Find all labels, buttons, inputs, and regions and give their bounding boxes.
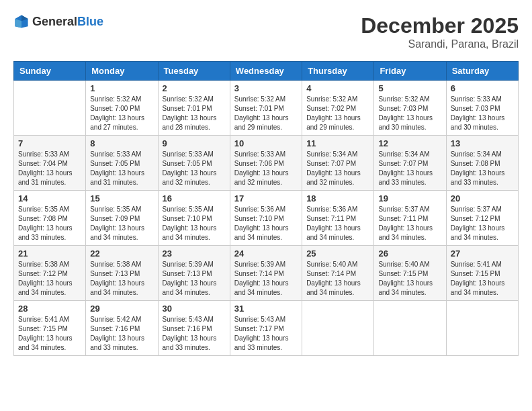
calendar-cell: 4Sunrise: 5:32 AM Sunset: 7:02 PM Daylig… (302, 81, 374, 136)
day-info: Sunrise: 5:32 AM Sunset: 7:01 PM Dayligh… (234, 95, 298, 132)
header-saturday: Saturday (446, 62, 518, 81)
calendar-table: SundayMondayTuesdayWednesdayThursdayFrid… (13, 61, 519, 356)
calendar-cell: 7Sunrise: 5:33 AM Sunset: 7:04 PM Daylig… (14, 136, 86, 191)
header-wednesday: Wednesday (230, 62, 302, 81)
month-title: December 2025 (361, 13, 519, 38)
day-info: Sunrise: 5:43 AM Sunset: 7:16 PM Dayligh… (163, 315, 226, 353)
day-number: 15 (90, 193, 153, 203)
day-number: 23 (163, 248, 226, 259)
title-block: December 2025 Sarandi, Parana, Brazil (361, 13, 519, 50)
calendar-cell: 11Sunrise: 5:34 AM Sunset: 7:07 PM Dayli… (302, 136, 374, 191)
calendar-cell: 23Sunrise: 5:39 AM Sunset: 7:13 PM Dayli… (158, 246, 230, 301)
day-number: 31 (234, 304, 298, 314)
calendar-cell: 20Sunrise: 5:37 AM Sunset: 7:12 PM Dayli… (446, 191, 518, 246)
day-number: 14 (18, 193, 81, 203)
calendar-cell: 10Sunrise: 5:33 AM Sunset: 7:06 PM Dayli… (230, 136, 302, 191)
day-number: 25 (306, 248, 369, 259)
calendar-cell: 24Sunrise: 5:39 AM Sunset: 7:14 PM Dayli… (230, 246, 302, 301)
calendar-cell: 25Sunrise: 5:40 AM Sunset: 7:14 PM Dayli… (302, 246, 374, 301)
calendar-cell (446, 301, 518, 356)
day-info: Sunrise: 5:41 AM Sunset: 7:15 PM Dayligh… (451, 260, 514, 298)
day-number: 30 (163, 304, 226, 314)
day-info: Sunrise: 5:35 AM Sunset: 7:09 PM Dayligh… (90, 205, 153, 242)
calendar-cell: 14Sunrise: 5:35 AM Sunset: 7:08 PM Dayli… (14, 191, 86, 246)
day-number: 3 (234, 83, 298, 93)
day-info: Sunrise: 5:34 AM Sunset: 7:08 PM Dayligh… (451, 150, 514, 187)
calendar-cell: 28Sunrise: 5:41 AM Sunset: 7:15 PM Dayli… (14, 301, 86, 356)
day-number: 5 (378, 83, 441, 93)
day-number: 18 (306, 193, 369, 203)
calendar-cell: 26Sunrise: 5:40 AM Sunset: 7:15 PM Dayli… (374, 246, 446, 301)
day-info: Sunrise: 5:33 AM Sunset: 7:06 PM Dayligh… (234, 150, 298, 187)
day-info: Sunrise: 5:36 AM Sunset: 7:11 PM Dayligh… (306, 205, 369, 242)
day-info: Sunrise: 5:33 AM Sunset: 7:04 PM Dayligh… (18, 150, 81, 187)
calendar-cell: 16Sunrise: 5:35 AM Sunset: 7:10 PM Dayli… (158, 191, 230, 246)
location-subtitle: Sarandi, Parana, Brazil (361, 38, 519, 50)
day-number: 21 (18, 248, 81, 259)
day-number: 17 (234, 193, 298, 203)
day-info: Sunrise: 5:34 AM Sunset: 7:07 PM Dayligh… (378, 150, 441, 187)
week-row-5: 28Sunrise: 5:41 AM Sunset: 7:15 PM Dayli… (14, 301, 519, 356)
calendar-cell: 6Sunrise: 5:33 AM Sunset: 7:03 PM Daylig… (446, 81, 518, 136)
day-number: 11 (306, 138, 369, 148)
day-info: Sunrise: 5:33 AM Sunset: 7:05 PM Dayligh… (90, 150, 153, 187)
header-sunday: Sunday (14, 62, 86, 81)
day-info: Sunrise: 5:39 AM Sunset: 7:14 PM Dayligh… (234, 260, 298, 298)
day-number: 19 (378, 193, 441, 203)
calendar-cell: 17Sunrise: 5:36 AM Sunset: 7:10 PM Dayli… (230, 191, 302, 246)
calendar-cell (14, 81, 86, 136)
calendar-cell: 21Sunrise: 5:38 AM Sunset: 7:12 PM Dayli… (14, 246, 86, 301)
calendar-cell: 31Sunrise: 5:43 AM Sunset: 7:17 PM Dayli… (230, 301, 302, 356)
header-thursday: Thursday (302, 62, 374, 81)
day-number: 29 (90, 304, 153, 314)
day-number: 16 (163, 193, 226, 203)
calendar-cell: 9Sunrise: 5:33 AM Sunset: 7:05 PM Daylig… (158, 136, 230, 191)
day-number: 4 (306, 83, 369, 93)
day-number: 10 (234, 138, 298, 148)
day-info: Sunrise: 5:33 AM Sunset: 7:05 PM Dayligh… (163, 150, 226, 187)
week-row-4: 21Sunrise: 5:38 AM Sunset: 7:12 PM Dayli… (14, 246, 519, 301)
logo-text-blue: Blue (77, 15, 103, 28)
day-info: Sunrise: 5:36 AM Sunset: 7:10 PM Dayligh… (234, 205, 298, 242)
day-number: 6 (451, 83, 514, 93)
calendar-header-row: SundayMondayTuesdayWednesdayThursdayFrid… (14, 62, 519, 81)
logo-icon (13, 13, 30, 30)
day-info: Sunrise: 5:35 AM Sunset: 7:08 PM Dayligh… (18, 205, 81, 242)
calendar-cell: 8Sunrise: 5:33 AM Sunset: 7:05 PM Daylig… (86, 136, 158, 191)
day-number: 20 (451, 193, 514, 203)
calendar-cell: 27Sunrise: 5:41 AM Sunset: 7:15 PM Dayli… (446, 246, 518, 301)
calendar-cell: 29Sunrise: 5:42 AM Sunset: 7:16 PM Dayli… (86, 301, 158, 356)
day-number: 7 (18, 138, 81, 148)
day-info: Sunrise: 5:32 AM Sunset: 7:00 PM Dayligh… (90, 95, 153, 132)
calendar-cell: 5Sunrise: 5:32 AM Sunset: 7:03 PM Daylig… (374, 81, 446, 136)
day-info: Sunrise: 5:34 AM Sunset: 7:07 PM Dayligh… (306, 150, 369, 187)
day-number: 12 (378, 138, 441, 148)
logo-text-general: General (32, 15, 77, 28)
day-number: 13 (451, 138, 514, 148)
header-monday: Monday (86, 62, 158, 81)
week-row-2: 7Sunrise: 5:33 AM Sunset: 7:04 PM Daylig… (14, 136, 519, 191)
page-header: GeneralBlue December 2025 Sarandi, Paran… (13, 13, 519, 50)
day-info: Sunrise: 5:32 AM Sunset: 7:02 PM Dayligh… (306, 95, 369, 132)
header-friday: Friday (374, 62, 446, 81)
week-row-1: 1Sunrise: 5:32 AM Sunset: 7:00 PM Daylig… (14, 81, 519, 136)
day-number: 28 (18, 304, 81, 314)
calendar-cell: 18Sunrise: 5:36 AM Sunset: 7:11 PM Dayli… (302, 191, 374, 246)
day-number: 26 (378, 248, 441, 259)
day-number: 24 (234, 248, 298, 259)
calendar-cell: 22Sunrise: 5:38 AM Sunset: 7:13 PM Dayli… (86, 246, 158, 301)
day-info: Sunrise: 5:38 AM Sunset: 7:12 PM Dayligh… (18, 260, 81, 298)
calendar-cell: 12Sunrise: 5:34 AM Sunset: 7:07 PM Dayli… (374, 136, 446, 191)
day-info: Sunrise: 5:43 AM Sunset: 7:17 PM Dayligh… (234, 315, 298, 353)
day-info: Sunrise: 5:33 AM Sunset: 7:03 PM Dayligh… (451, 95, 514, 132)
day-number: 9 (163, 138, 226, 148)
calendar-cell: 3Sunrise: 5:32 AM Sunset: 7:01 PM Daylig… (230, 81, 302, 136)
day-number: 8 (90, 138, 153, 148)
calendar-cell: 30Sunrise: 5:43 AM Sunset: 7:16 PM Dayli… (158, 301, 230, 356)
day-info: Sunrise: 5:39 AM Sunset: 7:13 PM Dayligh… (163, 260, 226, 298)
day-info: Sunrise: 5:32 AM Sunset: 7:03 PM Dayligh… (378, 95, 441, 132)
day-info: Sunrise: 5:32 AM Sunset: 7:01 PM Dayligh… (163, 95, 226, 132)
day-info: Sunrise: 5:35 AM Sunset: 7:10 PM Dayligh… (163, 205, 226, 242)
calendar-cell (302, 301, 374, 356)
calendar-cell: 19Sunrise: 5:37 AM Sunset: 7:11 PM Dayli… (374, 191, 446, 246)
